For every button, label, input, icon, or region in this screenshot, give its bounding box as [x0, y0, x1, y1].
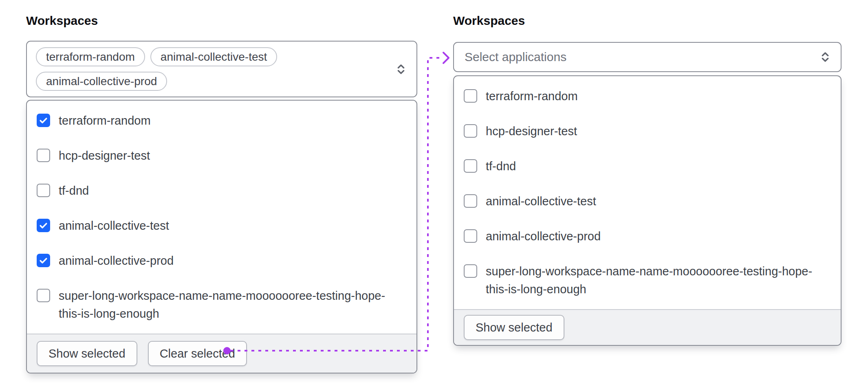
- option-row[interactable]: tf-dnd: [454, 149, 841, 184]
- right-multiselect-toggle[interactable]: Select applications: [453, 42, 842, 72]
- option-row[interactable]: super-long-workspace-name-name-moooooore…: [454, 254, 841, 307]
- left-panel-footer: Show selected Clear selected: [27, 334, 416, 373]
- option-row[interactable]: super-long-workspace-name-name-moooooore…: [27, 278, 416, 331]
- option-label: animal-collective-test: [59, 217, 169, 235]
- option-row[interactable]: terraform-random: [454, 79, 841, 114]
- option-label: tf-dnd: [486, 157, 516, 175]
- show-selected-button[interactable]: Show selected: [37, 341, 137, 366]
- option-label: animal-collective-test: [486, 192, 596, 210]
- option-row[interactable]: animal-collective-test: [27, 208, 416, 243]
- option-label: super-long-workspace-name-name-moooooore…: [486, 262, 831, 298]
- option-label: terraform-random: [59, 112, 151, 130]
- option-row[interactable]: tf-dnd: [27, 173, 416, 208]
- check-icon: [38, 255, 48, 266]
- page: Workspaces terraform-random animal-colle…: [0, 0, 868, 391]
- check-icon: [38, 220, 48, 231]
- left-multiselect-toggle[interactable]: terraform-random animal-collective-test …: [26, 41, 417, 97]
- option-row[interactable]: hcp-designer-test: [27, 138, 416, 173]
- selected-tags: terraform-random animal-collective-test …: [27, 42, 416, 97]
- selected-tag: terraform-random: [36, 47, 145, 66]
- placeholder-text: Select applications: [465, 50, 566, 64]
- option-row[interactable]: hcp-designer-test: [454, 114, 841, 149]
- option-label: terraform-random: [486, 87, 578, 105]
- option-row[interactable]: animal-collective-prod: [454, 219, 841, 254]
- left-options-list: terraform-random hcp-designer-test tf-dn…: [27, 101, 416, 334]
- show-selected-button[interactable]: Show selected: [464, 315, 564, 340]
- right-workspaces-label: Workspaces: [453, 14, 525, 28]
- option-label: super-long-workspace-name-name-moooooore…: [59, 287, 407, 323]
- option-label: hcp-designer-test: [59, 147, 150, 165]
- chevron-up-down-icon: [819, 51, 832, 64]
- checkbox[interactable]: [37, 149, 50, 162]
- checkbox[interactable]: [464, 124, 477, 138]
- right-panel-footer: Show selected: [454, 309, 841, 345]
- right-options-list: terraform-random hcp-designer-test tf-dn…: [454, 76, 841, 309]
- checkbox[interactable]: [37, 114, 50, 127]
- chevron-up-down-icon: [394, 63, 408, 76]
- option-label: animal-collective-prod: [59, 252, 174, 270]
- left-dropdown-panel: terraform-random hcp-designer-test tf-dn…: [26, 100, 417, 373]
- left-workspaces-label: Workspaces: [26, 14, 98, 28]
- option-row[interactable]: animal-collective-prod: [27, 243, 416, 278]
- option-row[interactable]: terraform-random: [27, 103, 416, 138]
- checkbox[interactable]: [37, 289, 50, 302]
- checkbox[interactable]: [37, 184, 50, 197]
- checkbox[interactable]: [37, 219, 50, 232]
- selected-tag: animal-collective-prod: [36, 72, 167, 91]
- selected-tag: animal-collective-test: [150, 47, 277, 66]
- check-icon: [38, 115, 48, 125]
- clear-selected-button[interactable]: Clear selected: [148, 341, 247, 366]
- option-label: animal-collective-prod: [486, 227, 601, 245]
- right-dropdown-panel: terraform-random hcp-designer-test tf-dn…: [453, 75, 842, 346]
- checkbox[interactable]: [464, 89, 477, 103]
- option-label: tf-dnd: [59, 182, 89, 200]
- checkbox[interactable]: [464, 264, 477, 278]
- checkbox[interactable]: [464, 159, 477, 173]
- option-label: hcp-designer-test: [486, 122, 577, 140]
- checkbox[interactable]: [37, 254, 50, 267]
- option-row[interactable]: animal-collective-test: [454, 184, 841, 219]
- checkbox[interactable]: [464, 194, 477, 208]
- checkbox[interactable]: [464, 229, 477, 243]
